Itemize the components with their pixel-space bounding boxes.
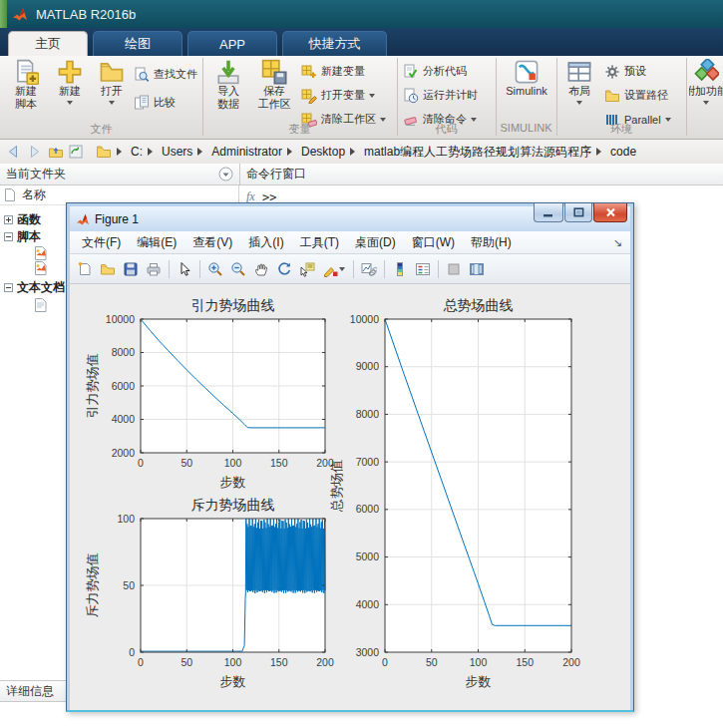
edit-plot-button[interactable] (174, 258, 195, 280)
svg-text:50: 50 (181, 457, 192, 469)
import-data-button[interactable]: 导入 数据 (207, 59, 249, 121)
menu-desktop[interactable]: 桌面(D) (347, 234, 404, 251)
save-workspace-button[interactable]: 保存 工作区 (251, 59, 297, 121)
tree-item-text-documents[interactable]: 文本文档 (4, 280, 65, 295)
legend-icon (415, 261, 431, 277)
tab-home[interactable]: 主页 (8, 31, 88, 56)
minimize-icon (542, 208, 554, 217)
find-files-icon (134, 67, 150, 83)
new-icon (57, 59, 83, 85)
zoom-in-button[interactable] (204, 258, 226, 280)
save-figure-icon (123, 261, 139, 277)
collapse-icon[interactable] (4, 283, 13, 292)
expand-icon[interactable] (4, 215, 13, 224)
m-file-icon (34, 246, 47, 260)
forward-icon[interactable] (26, 144, 42, 160)
link-plot-button[interactable] (358, 258, 380, 280)
matlab-titlebar: MATLAB R2016b (0, 0, 723, 28)
link-plot-icon (361, 261, 377, 277)
dropdown-arrow-icon (576, 101, 582, 108)
svg-text:3000: 3000 (356, 646, 380, 658)
close-icon (605, 207, 616, 217)
insert-colorbar-button[interactable] (389, 258, 411, 280)
open-file-button[interactable] (97, 258, 119, 280)
layout-button[interactable]: 布局 (560, 59, 598, 121)
compare-button[interactable]: 比较 (134, 94, 176, 111)
svg-text:0: 0 (382, 656, 388, 668)
svg-text:7000: 7000 (356, 456, 380, 468)
simulink-button[interactable]: Simulink (502, 59, 551, 121)
menu-tools[interactable]: 工具(T) (292, 234, 347, 251)
print-figure-button[interactable] (143, 258, 165, 280)
zoom-out-button[interactable] (227, 258, 249, 280)
browse-folder-icon[interactable] (68, 144, 84, 160)
colorbar-icon (392, 261, 408, 277)
breadcrumb-segment[interactable]: matlab编程人工势场路径规划算法源码程序 (364, 144, 591, 161)
collapse-icon[interactable] (4, 232, 13, 241)
toolbar-separator (169, 260, 170, 278)
svg-text:4000: 4000 (112, 413, 136, 425)
menu-file[interactable]: 文件(F) (74, 234, 129, 251)
breadcrumb-segment[interactable]: Desktop (301, 145, 345, 159)
figure-toolbar (70, 254, 630, 284)
tab-apps[interactable]: APP (187, 31, 277, 56)
breadcrumb-segment[interactable]: C: (131, 145, 143, 159)
close-button[interactable] (593, 203, 627, 222)
figure-titlebar[interactable]: Figure 1 (70, 206, 630, 231)
dropdown-arrow-icon (67, 101, 73, 108)
simulink-icon (514, 59, 540, 85)
command-window-panel-header: 命令行窗口 (240, 164, 723, 185)
minimize-button[interactable] (534, 203, 563, 222)
ribbon-group-environment: 环境 (556, 122, 686, 136)
insert-legend-button[interactable] (412, 258, 434, 280)
svg-text:4000: 4000 (356, 598, 380, 610)
menu-window[interactable]: 窗口(W) (404, 234, 463, 251)
data-cursor-button[interactable] (296, 258, 318, 280)
new-variable-icon (301, 64, 317, 80)
open-variable-button[interactable]: 打开变量 (301, 87, 375, 104)
find-files-button[interactable]: 查找文件 (134, 66, 197, 83)
menu-help[interactable]: 帮助(H) (463, 234, 520, 251)
up-folder-icon[interactable] (48, 144, 64, 160)
tree-item-functions[interactable]: 函数 (4, 212, 41, 227)
menu-view[interactable]: 查看(V) (184, 234, 240, 251)
tree-item-mfile[interactable] (34, 245, 47, 260)
new-figure-button[interactable] (74, 258, 96, 280)
panel-menu-icon[interactable] (218, 167, 233, 182)
analyze-code-icon (403, 64, 419, 80)
run-and-time-button[interactable]: 运行并计时 (403, 87, 478, 104)
open-button[interactable]: 打开 (92, 59, 132, 121)
add-ons-button[interactable]: 附加功能 (689, 59, 723, 121)
brush-button[interactable] (319, 258, 349, 280)
tree-item-textfile[interactable] (34, 297, 47, 312)
back-icon[interactable] (6, 144, 22, 160)
group-divider (686, 58, 687, 136)
svg-text:0: 0 (138, 656, 144, 668)
svg-text:100: 100 (224, 457, 242, 469)
new-script-icon (13, 59, 39, 85)
tab-plots[interactable]: 绘图 (93, 31, 182, 56)
tab-shortcuts[interactable]: 快捷方式 (282, 31, 387, 56)
breadcrumb-segment[interactable]: Users (162, 145, 192, 159)
dock-figure-icon[interactable]: ↘ (613, 236, 622, 249)
menu-edit[interactable]: 编辑(E) (129, 234, 184, 251)
new-script-button[interactable]: 新建 脚本 (4, 59, 48, 121)
show-plot-tools-button[interactable] (466, 258, 488, 280)
new-variable-button[interactable]: 新建变量 (301, 63, 365, 80)
breadcrumb-segment[interactable]: code (610, 145, 636, 159)
breadcrumb-segment[interactable]: Administrator (211, 145, 282, 159)
new-button[interactable]: 新建 (50, 59, 90, 121)
restore-button[interactable] (564, 203, 592, 222)
tree-item-mfile[interactable] (34, 260, 47, 275)
hide-plot-tools-icon (446, 261, 462, 277)
layout-icon (566, 59, 592, 85)
set-path-button[interactable]: 设置路径 (604, 87, 668, 104)
preferences-button[interactable]: 预设 (604, 63, 646, 80)
save-figure-button[interactable] (120, 258, 142, 280)
pan-button[interactable] (250, 258, 272, 280)
analyze-code-button[interactable]: 分析代码 (403, 63, 467, 80)
tree-item-scripts[interactable]: 脚本 (4, 229, 41, 244)
menu-insert[interactable]: 插入(I) (240, 234, 291, 251)
rotate-3d-button[interactable] (273, 258, 295, 280)
hide-plot-tools-button[interactable] (443, 258, 465, 280)
